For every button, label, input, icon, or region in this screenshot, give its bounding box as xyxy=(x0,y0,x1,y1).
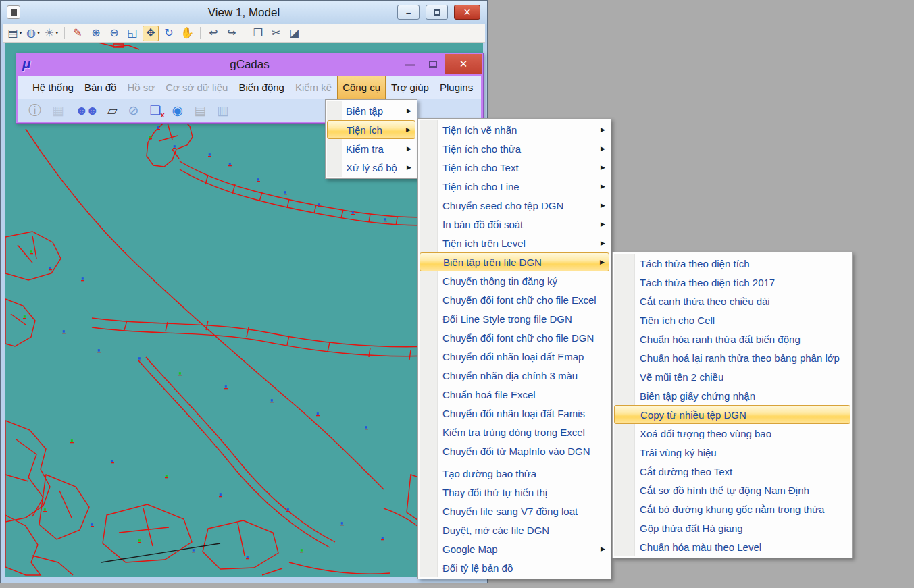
gcadas-titlebar[interactable]: μ gCadas — ✕ xyxy=(16,53,483,76)
menu-item[interactable]: Cắt bỏ đường khung gốc nằm trong thửa xyxy=(614,500,850,518)
menu-item[interactable]: Biên tập▶ xyxy=(327,101,415,120)
menu-item-label: Kiểm tra xyxy=(346,143,384,155)
info-icon[interactable]: ⓘ xyxy=(28,104,41,117)
table-icon[interactable]: ▦ xyxy=(52,104,64,117)
menubar-item[interactable]: Bản đồ xyxy=(79,76,122,99)
view-close-button[interactable]: ✕ xyxy=(454,5,480,20)
users-icon[interactable]: ☻☻ xyxy=(75,104,97,117)
menubar-item[interactable]: Plugins xyxy=(434,76,478,99)
clip-mask-icon[interactable]: ◪ xyxy=(286,26,303,41)
grid-columns-icon[interactable]: ▥ xyxy=(217,104,229,117)
hide-elements-icon[interactable]: ⊘ xyxy=(128,104,139,117)
submenu-arrow-icon: ▶ xyxy=(601,126,605,133)
menu-item[interactable]: Chuyển đổi từ MapInfo vào DGN xyxy=(420,442,609,460)
grid-columns-icon: ▥ xyxy=(217,103,229,117)
menu-item[interactable]: Chuyển đổi nhãn loại đất Famis xyxy=(420,404,609,423)
menu-item[interactable]: Xoá đối tượng theo vùng bao xyxy=(614,424,850,443)
gcadas-close-button[interactable]: ✕ xyxy=(445,54,482,74)
menu-item[interactable]: Chuyển nhãn địa chính 3 màu xyxy=(420,366,609,385)
menubar-item[interactable]: Biến động xyxy=(233,76,290,99)
view-titlebar[interactable]: View 1, Model – ✕ xyxy=(1,1,487,24)
menu-item[interactable]: Biên tập giấy chứng nhận xyxy=(614,386,850,405)
menu-item[interactable]: Xử lý sổ bộ▶ xyxy=(327,158,415,177)
rotate-view-icon[interactable]: ↻ xyxy=(161,26,177,41)
dropdown-caret-icon: ▾ xyxy=(37,30,40,36)
menu-item[interactable]: Chuyển thông tin đăng ký xyxy=(420,271,609,290)
menu-item[interactable]: Đổi Line Style trong file DGN xyxy=(420,309,609,328)
menu-item[interactable]: Tiện ích cho Cell xyxy=(614,311,850,329)
view-display-mode-icon[interactable]: ◍▾ xyxy=(25,26,41,41)
menu-item[interactable]: Trải vùng ký hiệu xyxy=(614,443,850,462)
fit-view-icon[interactable]: ✥ xyxy=(143,26,159,41)
menubar-item[interactable]: Công cụ xyxy=(337,76,386,99)
view-display-mode-icon: ◍ xyxy=(26,28,36,38)
view-attributes-icon[interactable]: ▤▾ xyxy=(7,26,23,41)
menu-item[interactable]: Đổi tỷ lệ bản đồ xyxy=(420,558,609,577)
menubar-item[interactable]: Trợ giúp xyxy=(386,76,434,99)
menu-item[interactable]: Tạo đường bao thửa xyxy=(420,464,609,483)
menu-item[interactable]: Chuyển đổi nhãn loại đất Emap xyxy=(420,347,609,366)
delete-duplicates-icon[interactable]: ❏x xyxy=(150,104,161,117)
menu-item[interactable]: Duyệt, mở các file DGN xyxy=(420,520,609,539)
menu-item[interactable]: Biên tập trên file DGN▶ xyxy=(420,252,609,271)
menu-item[interactable]: Tiện ích cho Line▶ xyxy=(420,177,609,196)
clip-volume-icon: ✂ xyxy=(272,28,280,38)
view-maximize-button[interactable] xyxy=(426,5,448,20)
menu-item[interactable]: Tiện ích cho Text▶ xyxy=(420,158,609,177)
window-area-icon[interactable]: ◱ xyxy=(124,26,141,41)
menu-item[interactable]: Tiện ích cho thửa▶ xyxy=(420,139,609,158)
menu-item[interactable]: In bản đồ đối soát▶ xyxy=(420,215,609,234)
menu-item[interactable]: Copy từ nhiều tệp DGN xyxy=(614,405,850,424)
menu-item[interactable]: Chuẩn hoá file Excel xyxy=(420,385,609,404)
menu-item[interactable]: Thay đổi thứ tự hiển thị xyxy=(420,483,609,502)
menu-item[interactable]: Chuẩn hóa màu theo Level xyxy=(614,537,850,556)
clip-volume-icon[interactable]: ✂ xyxy=(268,26,284,41)
users-icon: ☻☻ xyxy=(75,103,97,117)
menubar-item[interactable]: Hệ thống xyxy=(27,76,79,99)
gcadas-minimize-button[interactable]: — xyxy=(399,54,422,74)
menubar-item[interactable]: Cơ sở dữ liệu xyxy=(160,76,233,99)
zoom-out-icon[interactable]: ⊖ xyxy=(106,26,122,41)
menubar-item[interactable]: Hồ sơ xyxy=(122,76,160,99)
menu-item[interactable]: Gộp thửa đất Hà giang xyxy=(614,518,850,537)
menu-item[interactable]: Chuyển file sang V7 đồng loạt xyxy=(420,502,609,520)
copy-view-icon[interactable]: ❐ xyxy=(250,26,266,41)
view-next-icon[interactable]: ↪ xyxy=(224,26,240,41)
menu-item[interactable]: Kiểm tra▶ xyxy=(327,139,415,158)
menu-item[interactable]: Cắt sơ đồ hình thể tự động Nam Định xyxy=(614,481,850,500)
polygon-icon[interactable]: ▱ xyxy=(107,104,118,117)
menu-item-label: Tiện ích cho Line xyxy=(442,181,519,192)
location-pin-icon[interactable]: ◉ xyxy=(172,104,184,117)
menu-item[interactable]: Google Map▶ xyxy=(420,539,609,558)
menu-item[interactable]: Tách thửa theo diện tích xyxy=(614,254,850,273)
menu-item[interactable]: Chuyển đổi font chữ cho file DGN xyxy=(420,328,609,347)
submenu-arrow-icon: ▶ xyxy=(407,107,411,114)
zoom-in-icon[interactable]: ⊕ xyxy=(88,26,104,41)
menubar-item[interactable]: Kiểm kê xyxy=(290,76,337,99)
menu-item[interactable]: Vẽ mũi tên 2 chiều xyxy=(614,367,850,386)
menu-item[interactable]: Tiện ích▶ xyxy=(327,120,415,139)
menu-item[interactable]: Tiện ích trên Level▶ xyxy=(420,234,609,252)
copy-view-icon: ❐ xyxy=(253,28,263,38)
fit-view-icon: ✥ xyxy=(146,28,155,38)
menu-item[interactable]: Kiểm tra trùng dòng trong Excel xyxy=(420,423,609,442)
update-view-icon: ✎ xyxy=(73,28,82,38)
menu-item[interactable]: Cắt canh thửa theo chiều dài xyxy=(614,292,850,311)
maximize-icon xyxy=(434,9,440,16)
gcadas-maximize-button[interactable] xyxy=(422,54,445,74)
view-minimize-button[interactable]: – xyxy=(397,5,420,20)
report-icon[interactable]: ▤ xyxy=(194,104,206,117)
view-previous-icon[interactable]: ↩ xyxy=(205,26,222,41)
update-view-icon[interactable]: ✎ xyxy=(70,26,86,41)
menu-item[interactable]: Chuẩn hoá lại ranh thửa theo bảng phân l… xyxy=(614,348,850,367)
menu-item[interactable]: Chuẩn hóa ranh thửa đất biến động xyxy=(614,329,850,348)
window-menu-icon[interactable] xyxy=(7,5,20,19)
menu-item[interactable]: Chuyển đổi font chữ cho file Excel xyxy=(420,290,609,309)
menu-item[interactable]: Tách thửa theo diện tích 2017 xyxy=(614,273,850,292)
icon-badge: x xyxy=(160,111,164,119)
view-brightness-icon[interactable]: ☀▾ xyxy=(43,26,59,41)
pan-view-icon[interactable]: ✋ xyxy=(179,26,195,41)
menu-item[interactable]: Cắt đường theo Text xyxy=(614,462,850,481)
menu-item[interactable]: Tiện ích vẽ nhãn▶ xyxy=(420,120,609,139)
menu-item[interactable]: Chuyển seed cho tệp DGN▶ xyxy=(420,196,609,215)
